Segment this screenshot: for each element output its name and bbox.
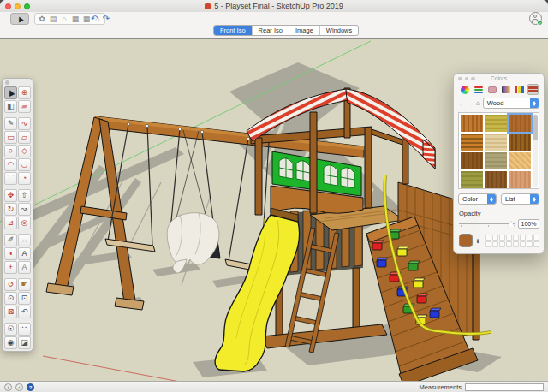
tool-orbit[interactable]: ↺ [4, 278, 17, 291]
home-icon[interactable]: ⌂ [59, 14, 69, 24]
tool-follow-me[interactable]: ↝ [18, 203, 31, 216]
textures-tab[interactable] [527, 84, 539, 95]
tool-dimension[interactable]: ↔ [18, 234, 31, 246]
tool-arc[interactable]: ◠ [4, 158, 17, 171]
opacity-slider[interactable] [459, 220, 515, 228]
wood-swatch-6[interactable] [509, 134, 531, 151]
tool-three-point-arc[interactable]: ⌒ [4, 172, 17, 185]
color-wheel-tab[interactable] [459, 84, 470, 95]
tool-previous[interactable]: ↶ [18, 306, 31, 318]
color-well-empty[interactable] [533, 241, 539, 247]
tool-section-plane[interactable]: ◪ [18, 336, 31, 349]
tool-pie[interactable]: ◔ [18, 172, 31, 185]
color-mode-dropdown[interactable]: Color [458, 193, 497, 205]
color-well-empty[interactable] [485, 235, 491, 241]
color-well-empty[interactable] [492, 235, 498, 241]
pencils-tab[interactable] [514, 84, 525, 95]
tool-paint-bucket[interactable]: ◧ [4, 100, 17, 113]
color-well-empty[interactable] [499, 235, 505, 241]
tool-text[interactable]: A [18, 247, 31, 260]
color-well-empty[interactable] [520, 235, 526, 241]
wood-swatch-1[interactable] [461, 115, 483, 132]
wood-swatch-5[interactable] [485, 134, 507, 151]
forward-arrow-icon[interactable]: → [467, 99, 474, 108]
tool-circle[interactable]: ○ [4, 145, 17, 157]
tool-scale[interactable]: ⊿ [4, 217, 17, 229]
opacity-slider-thumb[interactable] [508, 221, 515, 227]
tool-walk[interactable]: ∵ [18, 323, 31, 336]
model-viewport[interactable]: ▶⊕◧▰✎∿▭▱○◇◠◡⌒◔✥⇧↻↝⊿◎✐↔◖A+A↺☛⊙⊡⊠↶☉∵◉◪ Col… [0, 38, 548, 381]
color-well-empty[interactable] [520, 241, 526, 247]
image-palettes-tab[interactable] [500, 84, 511, 95]
undo-button[interactable]: ↶ [91, 13, 98, 25]
scene-tab-image[interactable]: Image [289, 26, 319, 35]
tool-rectangle[interactable]: ▭ [4, 131, 17, 144]
wood-swatch-9[interactable] [509, 152, 531, 169]
color-well-empty[interactable] [527, 235, 533, 241]
tool-move[interactable]: ✥ [4, 189, 17, 202]
color-well-empty[interactable] [506, 241, 512, 247]
wood-swatch-10[interactable] [461, 171, 483, 188]
tool-offset[interactable]: ◎ [18, 217, 31, 229]
wood-swatch-12[interactable] [509, 171, 531, 188]
wood-swatch-4[interactable] [461, 134, 483, 151]
tool-freehand[interactable]: ∿ [18, 117, 31, 130]
opacity-value[interactable]: 100% [518, 219, 539, 229]
wood-swatch-7[interactable] [461, 152, 483, 169]
color-well-empty[interactable] [485, 241, 491, 247]
tool-polygon[interactable]: ◇ [18, 145, 31, 157]
wood-swatch-11[interactable] [485, 171, 507, 188]
tool-zoom-extents[interactable]: ⊠ [4, 306, 17, 318]
color-palettes-tab[interactable] [486, 84, 497, 95]
styles-icon[interactable]: ▤ [48, 14, 58, 24]
credits-icon[interactable]: ↑ [15, 383, 23, 391]
scene-tab-front-iso[interactable]: Front Iso [214, 26, 252, 35]
tool-rotated-rectangle[interactable]: ▱ [18, 131, 31, 144]
scene-tab-rear-iso[interactable]: Rear Iso [252, 26, 289, 35]
color-well-empty[interactable] [499, 241, 505, 247]
color-well-empty[interactable] [513, 241, 519, 247]
tool-select[interactable]: ▶ [4, 86, 17, 99]
tool-position-camera[interactable]: ☉ [4, 323, 17, 336]
color-well-empty[interactable] [527, 241, 533, 247]
color-sliders-tab[interactable] [473, 84, 484, 95]
tool-pan[interactable]: ☛ [18, 278, 31, 291]
color-well-empty[interactable] [492, 241, 498, 247]
tool-tape-measure[interactable]: ✐ [4, 234, 17, 246]
active-color-well[interactable] [459, 234, 473, 247]
tool-3d-text[interactable]: A [18, 261, 31, 274]
tool-axes[interactable]: + [4, 261, 17, 274]
wood-swatch-8[interactable] [485, 152, 507, 169]
swatch-scrollbar[interactable] [533, 114, 538, 187]
tool-zoom-window[interactable]: ⊡ [18, 292, 31, 305]
tool-push-pull[interactable]: ⇧ [18, 189, 31, 202]
tool-protractor[interactable]: ◖ [4, 247, 17, 260]
wood-swatch-3[interactable] [509, 115, 531, 132]
palette-close-icon[interactable] [5, 80, 9, 85]
list-mode-dropdown[interactable]: List [501, 193, 539, 205]
account-avatar-icon[interactable]: ✓ [529, 12, 542, 25]
tool-zoom[interactable]: ⊙ [4, 292, 17, 305]
redo-button[interactable]: ↷ [102, 13, 109, 25]
tool-rotate[interactable]: ↻ [4, 203, 17, 216]
geolocation-icon[interactable]: i [4, 383, 12, 391]
tool-look-around[interactable]: ◉ [4, 336, 17, 349]
color-well-empty[interactable] [533, 235, 539, 241]
tool-line[interactable]: ✎ [4, 117, 17, 130]
help-icon[interactable]: ? [27, 383, 34, 391]
tool-two-point-arc[interactable]: ◡ [18, 158, 31, 171]
eyedropper-icon[interactable]: ✒ [474, 238, 482, 244]
collection-dropdown[interactable]: Wood [483, 98, 539, 109]
home-icon[interactable]: ⌂ [476, 99, 480, 107]
print-icon[interactable]: ▦ [70, 14, 80, 24]
tool-eraser[interactable]: ▰ [18, 100, 31, 113]
camera-icon[interactable]: ✿ [37, 14, 47, 24]
scene-tab-windows[interactable]: Windows [319, 26, 358, 35]
back-arrow-icon[interactable]: ← [458, 99, 465, 108]
select-tool-button[interactable]: ▶ [10, 13, 29, 25]
tool-make-component[interactable]: ⊕ [18, 86, 31, 99]
color-well-empty[interactable] [513, 235, 519, 241]
measurements-input[interactable] [465, 383, 544, 391]
wood-swatch-2[interactable] [485, 115, 507, 132]
color-well-empty[interactable] [506, 235, 512, 241]
